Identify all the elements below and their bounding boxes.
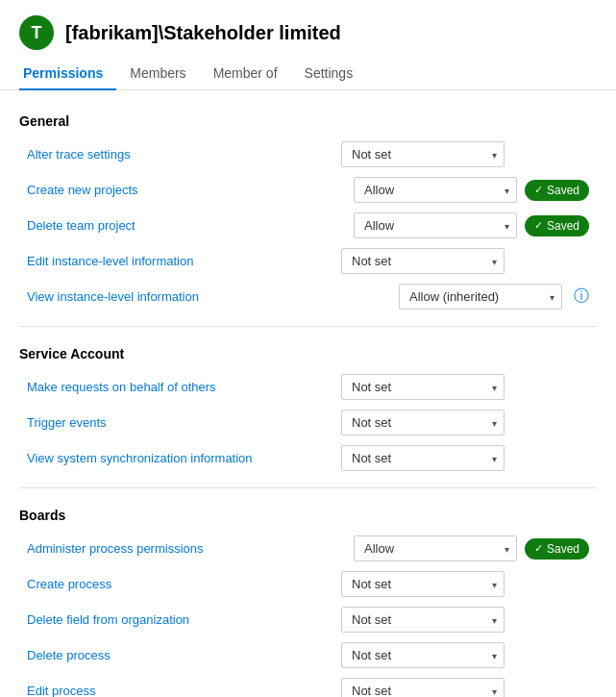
page-title: [fabrikam]\Stakeholder limited (65, 22, 341, 44)
dropdown-wrapper-view-instance: Not setAllowAllow (inherited)Deny ▾ (399, 284, 562, 310)
row-delete-process: Delete process Not setAllowDeny ▾ (19, 637, 597, 673)
dropdown-wrapper-delete-team: Not setAllowDeny ▾ (354, 212, 517, 238)
dropdown-wrapper-trigger-events: Not setAllowDeny ▾ (341, 410, 505, 436)
row-edit-instance: Edit instance-level information Not setA… (19, 243, 597, 279)
dropdown-delete-team[interactable]: Not setAllowDeny (354, 212, 517, 238)
dropdown-wrapper-delete-process: Not setAllowDeny ▾ (341, 642, 505, 668)
section-general: General Alter trace settings Not setAllo… (19, 106, 597, 314)
check-icon: ✓ (534, 184, 543, 196)
dropdown-wrapper-delete-field: Not setAllowDeny ▾ (341, 607, 505, 633)
row-administer-process: Administer process permissions Not setAl… (19, 531, 597, 566)
dropdown-edit-instance[interactable]: Not setAllowDeny (341, 248, 505, 274)
dropdown-trigger-events[interactable]: Not setAllowDeny (341, 410, 505, 436)
row-delete-team-project: Delete team project Not setAllowDeny ▾ ✓… (19, 208, 597, 243)
check-icon: ✓ (534, 219, 543, 232)
row-edit-process: Edit process Not setAllowDeny ▾ (19, 673, 597, 697)
saved-label: Saved (547, 542, 579, 556)
nav-member-of[interactable]: Member of (200, 58, 291, 90)
dropdown-wrapper-edit-instance: Not setAllowDeny ▾ (341, 248, 505, 274)
dropdown-edit-process[interactable]: Not setAllowDeny (341, 678, 505, 697)
saved-label: Saved (547, 219, 579, 233)
info-icon[interactable]: ⓘ (574, 286, 589, 307)
dropdown-view-sync[interactable]: Not setAllowDeny (341, 445, 505, 471)
saved-label: Saved (547, 184, 579, 197)
dropdown-wrapper-create-process: Not setAllowDeny ▾ (341, 571, 505, 597)
label-administer-process[interactable]: Administer process permissions (27, 541, 346, 556)
section-service-title: Service Account (19, 338, 597, 361)
label-edit-process[interactable]: Edit process (27, 684, 333, 697)
dropdown-wrapper-edit-process: Not setAllowDeny ▾ (341, 678, 505, 697)
dropdown-delete-field[interactable]: Not setAllowDeny (341, 607, 505, 633)
label-delete-field[interactable]: Delete field from organization (27, 612, 333, 627)
row-delete-field: Delete field from organization Not setAl… (19, 602, 597, 637)
section-boards: Boards Administer process permissions No… (19, 500, 597, 697)
nav-permissions[interactable]: Permissions (19, 58, 116, 90)
dropdown-wrapper-create-projects: Not setAllowDeny ▾ (354, 177, 517, 203)
saved-badge-administer-process: ✓ Saved (525, 538, 589, 560)
avatar: T (19, 15, 54, 50)
row-create-projects: Create new projects Not setAllowDeny ▾ ✓… (19, 172, 597, 208)
divider-1 (19, 326, 597, 327)
dropdown-wrapper-view-sync: Not setAllowDeny ▾ (341, 445, 505, 471)
check-icon: ✓ (534, 542, 543, 555)
dropdown-view-instance[interactable]: Not setAllowAllow (inherited)Deny (399, 284, 562, 310)
nav-settings[interactable]: Settings (291, 58, 367, 90)
dropdown-administer-process[interactable]: Not setAllowDeny (354, 535, 517, 561)
row-view-instance: View instance-level information Not setA… (19, 279, 597, 314)
dropdown-delete-process[interactable]: Not setAllowDeny (341, 642, 505, 668)
dropdown-create-projects[interactable]: Not setAllowDeny (354, 177, 517, 203)
main-content: General Alter trace settings Not setAllo… (0, 90, 616, 697)
label-create-projects[interactable]: Create new projects (27, 183, 346, 197)
dropdown-wrapper-administer-process: Not setAllowDeny ▾ (354, 535, 517, 561)
row-trigger-events: Trigger events Not setAllowDeny ▾ (19, 405, 597, 440)
label-view-sync[interactable]: View system synchronization information (27, 451, 333, 465)
dropdown-alter-trace[interactable]: Not setAllowDeny (341, 141, 505, 167)
dropdown-make-requests[interactable]: Not setAllowDeny (341, 374, 505, 400)
nav-members[interactable]: Members (116, 58, 199, 90)
dropdown-wrapper-make-requests: Not setAllowDeny ▾ (341, 374, 505, 400)
saved-badge-create-projects: ✓ Saved (525, 180, 589, 201)
dropdown-create-process[interactable]: Not setAllowDeny (341, 571, 505, 597)
label-trigger-events[interactable]: Trigger events (27, 415, 333, 430)
saved-badge-delete-team: ✓ Saved (525, 215, 589, 236)
navigation: Permissions Members Member of Settings (0, 58, 616, 90)
label-alter-trace[interactable]: Alter trace settings (27, 147, 333, 162)
label-make-requests[interactable]: Make requests on behalf of others (27, 380, 333, 394)
label-delete-process[interactable]: Delete process (27, 648, 333, 662)
label-create-process[interactable]: Create process (27, 577, 333, 591)
divider-2 (19, 487, 597, 488)
row-view-sync: View system synchronization information … (19, 440, 597, 476)
page-header: T [fabrikam]\Stakeholder limited (0, 0, 616, 58)
row-make-requests: Make requests on behalf of others Not se… (19, 369, 597, 405)
dropdown-wrapper-alter-trace: Not setAllowDeny ▾ (341, 141, 505, 167)
row-create-process: Create process Not setAllowDeny ▾ (19, 566, 597, 602)
section-service-account: Service Account Make requests on behalf … (19, 338, 597, 476)
section-general-title: General (19, 106, 597, 129)
label-edit-instance[interactable]: Edit instance-level information (27, 254, 333, 268)
label-view-instance[interactable]: View instance-level information (27, 289, 391, 304)
label-delete-team-project[interactable]: Delete team project (27, 218, 346, 233)
row-alter-trace: Alter trace settings Not setAllowDeny ▾ (19, 137, 597, 172)
section-boards-title: Boards (19, 500, 597, 523)
